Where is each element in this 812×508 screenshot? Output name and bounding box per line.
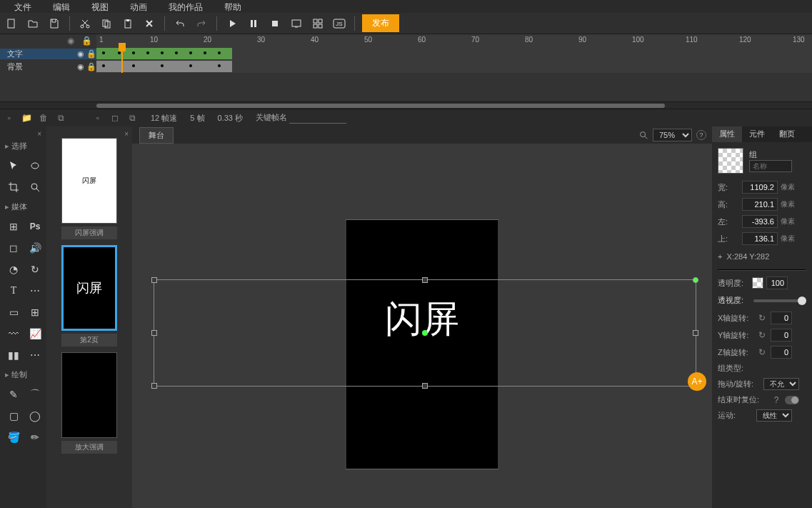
page-thumbnail[interactable]: 1闪屏闪屏强调 (50, 138, 129, 239)
timeline-scrollbar[interactable] (0, 101, 812, 109)
select-tool[interactable] (5, 157, 22, 174)
pages-close-icon[interactable]: × (50, 130, 129, 138)
help-icon[interactable]: ? (696, 130, 706, 140)
menu-works[interactable]: 我的作品 (158, 0, 214, 13)
wave-icon[interactable]: 〰 (5, 325, 22, 342)
copy-icon[interactable] (99, 16, 114, 31)
menu-file[interactable]: 文件 (4, 0, 42, 13)
save-icon[interactable] (46, 16, 62, 31)
undo-icon[interactable] (172, 16, 188, 31)
delete-icon[interactable] (141, 16, 157, 31)
zrot-input[interactable]: 0 (771, 346, 792, 359)
grid-icon[interactable] (310, 16, 326, 31)
center-point-icon[interactable] (422, 330, 428, 336)
page-thumb[interactable]: 闪屏 (61, 245, 117, 331)
preview-icon[interactable] (289, 16, 304, 31)
yrot-icon[interactable]: ↻ (756, 330, 768, 340)
blank-kf-icon[interactable]: ◻ (109, 113, 121, 123)
add-element-button[interactable]: A+ (688, 372, 706, 391)
rect-tool[interactable]: ▭ (5, 304, 22, 321)
yrot-input[interactable]: 0 (771, 329, 792, 342)
js-icon[interactable]: JS (331, 16, 347, 31)
new-page-icon[interactable]: ▫ (4, 113, 15, 123)
page-thumbnail[interactable]: 2闪屏第2页 (50, 245, 129, 347)
visibility-header-icon[interactable]: ◉ (65, 36, 76, 46)
new-folder-icon[interactable]: 📁 (21, 113, 32, 123)
pen-tool[interactable]: ✎ (5, 386, 22, 403)
timeline-ruler[interactable]: 1102030405060708090100110120130 (96, 34, 812, 47)
opacity-input[interactable]: 100 (766, 277, 788, 289)
tab-pages[interactable]: 翻页 (772, 126, 802, 142)
drag-rotate-select[interactable]: 不允许 (763, 378, 799, 390)
page-thumb[interactable] (61, 352, 117, 438)
chart-icon[interactable]: 📈 (26, 325, 44, 342)
element-name-input[interactable] (749, 160, 792, 172)
search-icon[interactable] (638, 130, 648, 140)
rect-draw-tool[interactable]: ▢ (5, 407, 22, 424)
table-icon[interactable]: ⊞ (26, 304, 44, 321)
height-input[interactable]: 210.1 (742, 198, 778, 211)
menu-animation[interactable]: 动画 (119, 0, 158, 13)
keyframe-name-input[interactable] (289, 112, 346, 124)
visibility-slider[interactable] (753, 299, 806, 302)
sound-icon[interactable]: 🔊 (26, 239, 44, 257)
paste-icon[interactable] (120, 16, 136, 31)
anchor-icon[interactable]: + (718, 252, 722, 261)
bucket-tool[interactable]: 🪣 (5, 429, 22, 446)
width-input[interactable]: 1109.2 (742, 181, 778, 194)
page-thumbnail[interactable]: 3放大强调 (50, 352, 129, 454)
fill-swatch[interactable] (718, 148, 743, 174)
bars-icon[interactable]: ▮▮ (5, 347, 22, 364)
opacity-pattern-icon[interactable] (752, 277, 763, 289)
text-tool[interactable]: T (5, 282, 22, 299)
pause-icon[interactable] (246, 16, 261, 31)
motion-select[interactable]: 线性 (756, 409, 792, 422)
xrot-input[interactable]: 0 (771, 312, 792, 324)
tab-attributes[interactable]: 属性 (712, 126, 742, 142)
stage-canvas[interactable]: 闪屏 A+ (132, 144, 712, 508)
menu-view[interactable]: 视图 (81, 0, 119, 13)
rotate-icon[interactable]: ↻ (26, 261, 44, 278)
copy-kf-icon[interactable]: ⧉ (126, 113, 138, 123)
left-input[interactable]: -393.6 (742, 215, 778, 228)
end-reset-help-icon[interactable]: ? (771, 395, 782, 405)
grid-media-icon[interactable]: ⊞ (5, 218, 22, 235)
eyedropper-tool[interactable]: ✏ (26, 429, 44, 446)
selection-box[interactable] (154, 279, 696, 387)
curve-tool[interactable]: ⌒ (26, 386, 44, 403)
menu-edit[interactable]: 编辑 (42, 0, 81, 13)
stage-tab[interactable]: 舞台 (139, 127, 174, 144)
copy-page-icon[interactable]: ⧉ (55, 113, 66, 123)
lasso-tool[interactable] (26, 157, 44, 174)
zoom-select[interactable]: 75% (653, 129, 692, 141)
ps-icon[interactable]: Ps (26, 218, 44, 235)
xrot-icon[interactable]: ↻ (756, 313, 768, 323)
ellipse-tool[interactable]: ◯ (26, 407, 44, 424)
play-icon[interactable] (224, 16, 240, 31)
publish-button[interactable]: 发布 (362, 14, 399, 32)
top-input[interactable]: 136.1 (742, 232, 778, 245)
cut-icon[interactable] (77, 16, 93, 31)
page-thumb[interactable]: 闪屏 (61, 138, 117, 224)
playhead[interactable] (121, 47, 123, 73)
layer-text-label[interactable]: 文字 ◉ 🔒 (0, 49, 96, 59)
new-icon[interactable] (4, 16, 19, 31)
open-icon[interactable] (25, 16, 41, 31)
lock-header-icon[interactable]: 🔒 (81, 36, 92, 46)
delete-page-icon[interactable]: 🗑 (38, 113, 49, 123)
stop-icon[interactable] (267, 16, 283, 31)
redo-icon[interactable] (194, 16, 209, 31)
end-reset-toggle[interactable] (785, 396, 799, 404)
more-icon[interactable]: ⋯ (26, 347, 44, 364)
tools-close-icon[interactable]: × (4, 130, 43, 138)
menu-help[interactable]: 帮助 (214, 0, 252, 13)
zoom-tool[interactable] (26, 179, 44, 196)
layer-text-track[interactable] (96, 47, 812, 60)
comp-icon[interactable]: ◻ (5, 239, 22, 257)
ellipsis-icon[interactable]: ⋯ (26, 282, 44, 299)
crop-tool[interactable] (5, 179, 22, 196)
tab-components[interactable]: 元件 (742, 126, 772, 142)
zrot-icon[interactable]: ↻ (756, 347, 768, 357)
layer-bg-track[interactable] (96, 60, 812, 73)
add-kf-icon[interactable]: ▫ (92, 113, 104, 123)
